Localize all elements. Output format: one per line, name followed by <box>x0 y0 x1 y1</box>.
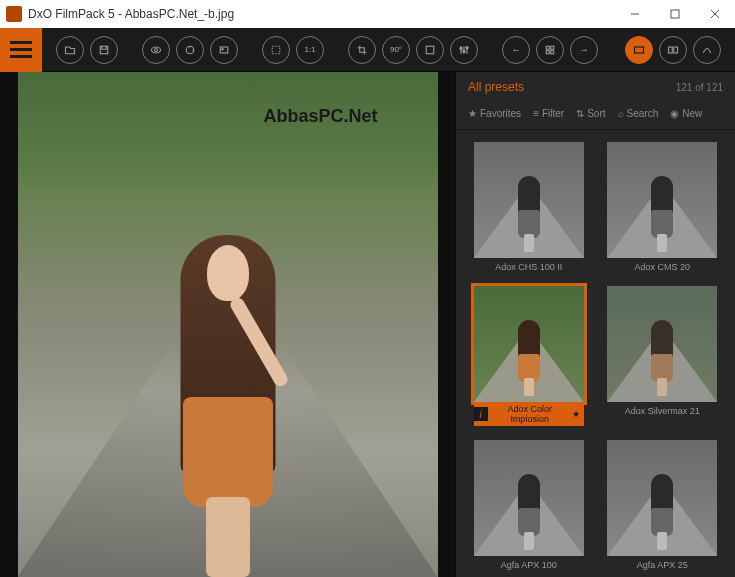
preset-label: iAdox Color Implosion★ <box>474 402 584 426</box>
compare-panel-button[interactable] <box>659 36 687 64</box>
svg-point-13 <box>463 50 465 52</box>
nav-next-button[interactable]: → <box>570 36 598 64</box>
preset-item[interactable]: iAdox Color Implosion★ <box>468 286 590 426</box>
frame-button[interactable] <box>416 36 444 64</box>
tag-icon: ◉ <box>670 108 679 119</box>
svg-point-12 <box>460 47 462 49</box>
search-button[interactable]: ⌕ Search <box>618 108 659 119</box>
preset-thumbnail <box>607 142 717 258</box>
histogram-panel-button[interactable] <box>693 36 721 64</box>
save-file-button[interactable] <box>90 36 118 64</box>
preset-label: Adox CHS 100 II <box>495 262 562 272</box>
eye-view-button[interactable] <box>142 36 170 64</box>
adjustments-button[interactable] <box>450 36 478 64</box>
preset-item[interactable]: Adox Silvermax 21 <box>602 286 724 426</box>
presets-panel-button[interactable] <box>625 36 653 64</box>
sort-button[interactable]: ⇅ Sort <box>576 108 605 119</box>
preset-label: Agfa APX 100 <box>501 560 557 570</box>
crop-button[interactable] <box>348 36 376 64</box>
image-canvas[interactable]: AbbasPC.Net <box>0 72 455 577</box>
svg-rect-10 <box>272 46 280 54</box>
sidebar-filters: ★ Favorites ≡ Filter ⇅ Sort ⌕ Search ◉ N… <box>456 102 735 130</box>
watermark-text: AbbasPC.Net <box>263 106 377 127</box>
preset-thumbnail <box>607 286 717 402</box>
presets-title: All presets <box>468 80 524 94</box>
info-icon[interactable]: i <box>474 407 488 421</box>
svg-point-9 <box>222 48 224 50</box>
sort-icon: ⇅ <box>576 108 584 119</box>
preset-label: Adox Silvermax 21 <box>625 406 700 416</box>
svg-rect-8 <box>220 47 228 53</box>
svg-point-6 <box>155 48 158 51</box>
svg-rect-21 <box>674 47 678 53</box>
svg-rect-17 <box>546 50 549 53</box>
search-icon: ⌕ <box>618 108 624 119</box>
window-titlebar: DxO FilmPack 5 - AbbasPC.Net_-b.jpg <box>0 0 735 28</box>
star-icon: ★ <box>468 108 477 119</box>
preset-thumbnail <box>474 142 584 258</box>
svg-rect-16 <box>551 46 554 49</box>
preset-item[interactable]: Adox CMS 20 <box>602 142 724 272</box>
preset-label: Agfa APX 25 <box>637 560 688 570</box>
minimize-button[interactable] <box>615 0 655 28</box>
window-title: DxO FilmPack 5 - AbbasPC.Net_-b.jpg <box>28 7 234 21</box>
svg-rect-15 <box>546 46 549 49</box>
preset-item[interactable]: Agfa APX 100 <box>468 440 590 570</box>
preset-thumbnail <box>607 440 717 556</box>
svg-point-14 <box>466 46 468 48</box>
favorites-filter[interactable]: ★ Favorites <box>468 108 521 119</box>
svg-rect-20 <box>669 47 673 53</box>
filter-button[interactable]: ≡ Filter <box>533 108 564 119</box>
funnel-icon: ≡ <box>533 108 539 119</box>
menu-button[interactable] <box>0 28 42 72</box>
new-filter[interactable]: ◉ New <box>670 108 702 119</box>
svg-rect-11 <box>426 46 434 54</box>
svg-rect-1 <box>671 10 679 18</box>
main-toolbar: 1:1 90° ← → <box>0 28 735 72</box>
presets-sidebar: All presets 121 of 121 ★ Favorites ≡ Fil… <box>455 72 735 577</box>
slideshow-button[interactable] <box>210 36 238 64</box>
window-controls <box>615 0 735 28</box>
nav-prev-button[interactable]: ← <box>502 36 530 64</box>
preset-item[interactable]: Adox CHS 100 II <box>468 142 590 272</box>
maximize-button[interactable] <box>655 0 695 28</box>
preset-item[interactable]: Agfa APX 25 <box>602 440 724 570</box>
svg-rect-19 <box>635 47 644 53</box>
preset-label: Adox CMS 20 <box>634 262 690 272</box>
app-icon <box>6 6 22 22</box>
svg-rect-18 <box>551 50 554 53</box>
rotate-button[interactable]: 90° <box>382 36 410 64</box>
svg-point-5 <box>152 47 161 53</box>
close-button[interactable] <box>695 0 735 28</box>
presets-count: 121 of 121 <box>676 82 723 93</box>
actual-size-button[interactable]: 1:1 <box>296 36 324 64</box>
refresh-view-button[interactable] <box>176 36 204 64</box>
sidebar-header: All presets 121 of 121 <box>456 72 735 102</box>
preset-thumbnail <box>474 286 584 402</box>
fit-zoom-button[interactable] <box>262 36 290 64</box>
presets-grid[interactable]: Adox CHS 100 IIAdox CMS 20iAdox Color Im… <box>456 130 735 577</box>
preset-thumbnail <box>474 440 584 556</box>
favorite-star-icon[interactable]: ★ <box>572 409 584 419</box>
main-area: AbbasPC.Net All presets 121 of 121 ★ Fav… <box>0 72 735 577</box>
nav-grid-button[interactable] <box>536 36 564 64</box>
preview-image: AbbasPC.Net <box>18 72 438 577</box>
open-file-button[interactable] <box>56 36 84 64</box>
